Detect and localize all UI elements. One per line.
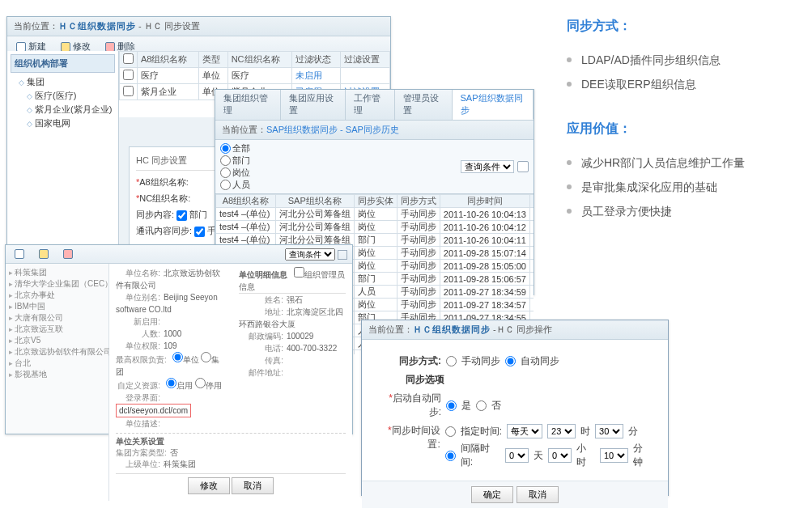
tree-node[interactable]: 科策集团: [9, 267, 105, 278]
radio-fixed-time[interactable]: [445, 426, 456, 437]
tab[interactable]: 集团应用设置: [281, 90, 346, 120]
tree-node[interactable]: 北京致远互联: [9, 324, 105, 335]
col-header: 操作明细: [529, 195, 534, 208]
delete-icon: [105, 42, 115, 52]
unit-form: 单位名称:北京致远协创软件有限公司 单位别名:Beijing Seeyon so…: [109, 264, 352, 501]
col-header: A8组织名称: [216, 195, 276, 208]
login-url-box[interactable]: dcl/seeyon.dcl/com: [116, 404, 191, 417]
breadcrumb: 当前位置：ＨＣ组织数据同步 - ＨＣ 同步设置: [7, 17, 390, 36]
unit-detail-window: 查询条件 科策集团清华大学企业集团（CEC）运营研究…北京办事处IBM中国大唐有…: [5, 244, 353, 434]
tree-node[interactable]: 集团: [19, 75, 115, 89]
hc-sync-operation-window: 当前位置：ＨＣ组织数据同步 -ＨＣ 同步操作 同步方式: 手动同步 自动同步 同…: [361, 320, 669, 496]
ok-button[interactable]: 确定: [471, 486, 513, 503]
select-day[interactable]: 每天: [507, 424, 542, 438]
top-tabs: 集团组织管理集团应用设置工作管理管理员设置SAP组织数据同步: [215, 90, 534, 121]
toolbar: 查询条件: [6, 245, 352, 264]
table-row[interactable]: 医疗单位医疗未启用: [120, 68, 390, 84]
org-tree[interactable]: 组织机构部署 集团医疗(医疗)紫月企业(紫月企业)国家电网: [7, 51, 119, 250]
org-tree-list: 集团医疗(医疗)紫月企业(紫月企业)国家电网: [11, 75, 115, 130]
tree-node[interactable]: 台北: [9, 358, 105, 369]
label-enable-auto: 启动自动同步:: [393, 392, 441, 417]
col-header: 同步方式: [397, 195, 440, 208]
info-list-value: 减少HR部门人员信息维护工作量是审批集成深化应用的基础员工登录方便快捷: [567, 150, 793, 223]
section-unit-relation: 单位关系设置: [116, 436, 346, 447]
tree-node[interactable]: 国家电网: [19, 116, 115, 130]
info-item: 减少HR部门人员信息维护工作量: [567, 150, 793, 175]
unit-tree-list: 科策集团清华大学企业集团（CEC）运营研究…北京办事处IBM中国大唐有限公司北京…: [9, 267, 105, 380]
edit-icon: [39, 249, 49, 259]
filter-radio[interactable]: 人员: [220, 179, 250, 191]
tab[interactable]: 管理员设置: [395, 90, 453, 120]
radio-enable[interactable]: [166, 378, 176, 388]
tree-node[interactable]: 北京致远协创软件有限公司: [9, 346, 105, 358]
edit-icon: [61, 42, 70, 52]
tab[interactable]: SAP组织数据同步: [453, 90, 534, 120]
label-sync-time: 同步时间设置:: [392, 425, 440, 450]
edit-button[interactable]: 修改: [188, 477, 230, 494]
tree-node[interactable]: IBM中国: [9, 301, 105, 312]
info-item: 是审批集成深化应用的基础: [567, 175, 793, 199]
col-a8name: A8组织名称: [138, 52, 199, 68]
tree-node[interactable]: 紫月企业(紫月企业): [19, 103, 115, 116]
new-button[interactable]: [11, 248, 28, 260]
search-icon[interactable]: [338, 250, 347, 260]
radio-group[interactable]: [201, 352, 211, 362]
edit-button[interactable]: [35, 248, 53, 260]
new-icon: [15, 249, 24, 259]
info-item: LDAP/AD插件同步组织信息: [567, 48, 793, 72]
radio-interval[interactable]: [445, 451, 456, 461]
tree-node[interactable]: 清华大学企业集团（CEC）运营研究…: [9, 278, 105, 290]
unit-tree[interactable]: 科策集团清华大学企业集团（CEC）运营研究…北京办事处IBM中国大唐有限公司北京…: [6, 264, 109, 501]
cancel-button[interactable]: 取消: [232, 477, 274, 494]
col-filter-set: 过滤设置: [341, 52, 390, 68]
filter-select[interactable]: 查询条件: [461, 160, 514, 173]
delete-icon: [63, 249, 73, 259]
select-all-checkbox[interactable]: [123, 53, 134, 64]
table-row[interactable]: test4 –(单位)河北分公司筹备组岗位手动同步2011-10-26 10:0…: [216, 208, 534, 221]
label-sync-content: 同步内容:: [136, 210, 174, 219]
select-int-mins[interactable]: 10: [600, 448, 628, 463]
col-header: 同步时间: [440, 195, 529, 208]
cancel-button[interactable]: 取消: [517, 486, 559, 503]
filter-radio[interactable]: 全部: [220, 142, 250, 155]
chk-admin-info[interactable]: [294, 267, 304, 277]
sap-history-header: A8组织名称SAP组织名称同步实体同步方式同步时间操作明细: [216, 195, 534, 208]
radio-manual[interactable]: [446, 356, 457, 366]
filter-radios: 全部 部门 岗位 人员: [220, 142, 250, 191]
tree-node[interactable]: 大唐有限公司: [9, 312, 105, 324]
label-contact-sync: 通讯内容同步:: [136, 226, 192, 235]
select-int-hours[interactable]: 0: [548, 448, 572, 463]
breadcrumb: 当前位置：SAP组织数据同步 - SAP同步历史: [215, 121, 534, 140]
radio-disable[interactable]: [195, 378, 206, 388]
info-panel: 同步方式： LDAP/AD插件同步组织信息DEE读取ERP组织信息 应用价值： …: [567, 18, 793, 223]
info-heading-value: 应用价值：: [567, 121, 793, 138]
info-item: 员工登录方便快捷: [567, 199, 793, 223]
tree-node[interactable]: 影视基地: [9, 369, 105, 380]
radio-unit[interactable]: [172, 352, 183, 362]
tab[interactable]: 工作管理: [346, 90, 395, 120]
search-icon[interactable]: [517, 161, 529, 172]
chk-dept[interactable]: [176, 210, 187, 221]
new-icon: [16, 42, 26, 52]
tab[interactable]: 集团组织管理: [215, 90, 281, 120]
radio-no[interactable]: [476, 400, 487, 411]
tree-node[interactable]: 北京办事处: [9, 290, 105, 301]
select-hour[interactable]: 23: [547, 424, 576, 438]
label-sync-mode: 同步方式:: [378, 354, 441, 368]
radio-auto[interactable]: [505, 356, 516, 366]
row-checkbox[interactable]: [123, 70, 134, 80]
table-row[interactable]: test4 –(单位)河北分公司筹备组岗位手动同步2011-10-26 10:0…: [216, 221, 534, 234]
select-int-days[interactable]: 0: [505, 448, 529, 463]
filter-radio[interactable]: 岗位: [220, 167, 250, 179]
filter-select[interactable]: 查询条件: [285, 248, 335, 260]
radio-yes[interactable]: [446, 400, 457, 411]
label-a8-name: A8组织名称:: [139, 177, 189, 187]
tree-node[interactable]: 医疗(医疗): [19, 89, 115, 103]
select-minute[interactable]: 30: [595, 424, 623, 438]
chk-mobile[interactable]: [194, 227, 205, 237]
delete-button[interactable]: [59, 248, 77, 260]
tree-node[interactable]: 北京V5: [9, 335, 105, 346]
row-checkbox[interactable]: [123, 86, 134, 96]
filter-radio[interactable]: 部门: [220, 155, 250, 167]
filter-bar: 全部 部门 岗位 人员 查询条件: [215, 140, 534, 194]
